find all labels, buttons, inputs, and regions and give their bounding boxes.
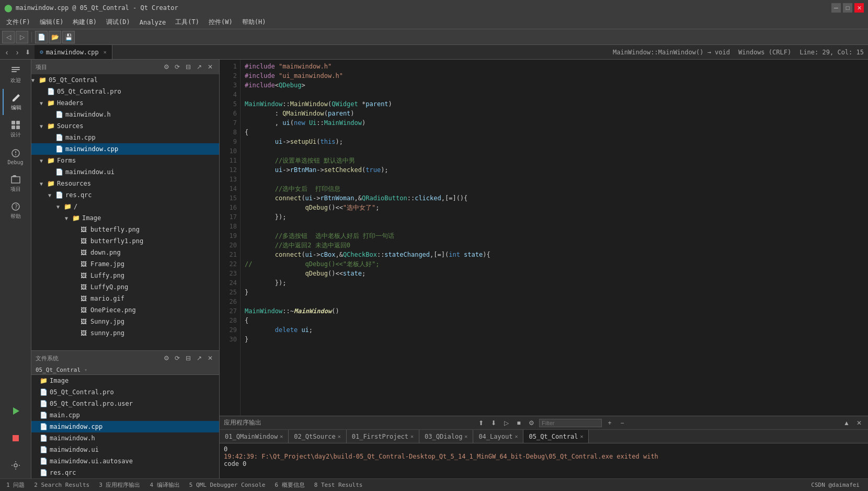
output-toolbar-btn1[interactable]: ⬆: [476, 418, 486, 428]
fs-list-item[interactable]: 📁Image: [31, 375, 219, 386]
tree-item[interactable]: ▼📁Headers: [31, 97, 219, 109]
output-filter-input[interactable]: [539, 419, 602, 427]
tree-item[interactable]: 📄mainwindow.ui: [31, 166, 219, 178]
output-toolbar-btn3[interactable]: ▷: [501, 418, 511, 428]
bottom-tab-test-results[interactable]: 8 Test Results: [310, 481, 367, 489]
project-sync-btn[interactable]: ⟳: [173, 62, 182, 72]
fs-float-btn[interactable]: ↗: [195, 353, 204, 363]
maximize-button[interactable]: □: [843, 3, 852, 13]
tree-item[interactable]: 📄05_Qt_Contral.pro: [31, 86, 219, 97]
fs-list-item[interactable]: 📄res.qrc: [31, 467, 219, 478]
minimize-button[interactable]: ─: [831, 3, 841, 13]
output-tab-close[interactable]: ✕: [580, 433, 583, 439]
toolbar-new[interactable]: 📄: [35, 31, 48, 43]
code-content[interactable]: #include "mainwindow.h"#include "ui_main…: [241, 60, 868, 416]
output-toolbar-btn2[interactable]: ⬇: [489, 418, 498, 428]
bottom-tab-应用程序输出[interactable]: 3 应用程序输出: [95, 480, 144, 490]
toolbar-btn-1[interactable]: ◁: [2, 31, 15, 43]
tree-item[interactable]: ▼📄res.qrc: [31, 189, 219, 201]
output-filter-clear[interactable]: −: [618, 418, 627, 428]
tab-dropdown[interactable]: ⬇: [23, 48, 32, 57]
tree-item[interactable]: ▼📁Resources: [31, 178, 219, 189]
tree-item[interactable]: 🖼OnePiece.png: [31, 304, 219, 316]
fs-close-btn[interactable]: ✕: [205, 353, 215, 363]
project-filter-btn[interactable]: ⚙: [162, 62, 171, 72]
project-collapse-btn[interactable]: ⊟: [184, 62, 193, 72]
tab-nav-prev[interactable]: ‹: [2, 48, 12, 57]
fs-list-item[interactable]: 📄05_Qt_Contral.pro.user: [31, 398, 219, 409]
tab-close-btn[interactable]: ✕: [104, 49, 107, 55]
fs-list-item[interactable]: 📄main.cpp: [31, 409, 219, 421]
editor-tab-mainwindow[interactable]: ⚙ mainwindow.cpp ✕: [35, 45, 112, 59]
tree-item[interactable]: ▼📁Forms: [31, 155, 219, 166]
project-close-btn[interactable]: ✕: [205, 62, 215, 72]
menu-file[interactable]: 文件(F): [2, 17, 35, 28]
sidebar-design[interactable]: 设计: [3, 116, 29, 142]
tree-item[interactable]: 🖼LuffyQ.png: [31, 281, 219, 293]
output-tab-close[interactable]: ✕: [410, 433, 414, 439]
output-expand-btn[interactable]: ▲: [842, 418, 851, 428]
fs-list-item[interactable]: 📄mainwindow.cpp: [31, 421, 219, 432]
tree-item[interactable]: 🖼Luffy.png: [31, 270, 219, 281]
sidebar-settings[interactable]: [3, 452, 29, 478]
bottom-tab-qml-debugger-console[interactable]: 5 QML Debugger Console: [185, 481, 270, 489]
toolbar-save[interactable]: 💾: [62, 31, 75, 43]
fs-sync-btn[interactable]: ⟳: [173, 353, 182, 363]
code-editor[interactable]: 1234567891011121314151617181920212223242…: [220, 60, 868, 416]
tree-item[interactable]: ▼📁05_Qt_Contral: [31, 74, 219, 86]
tree-item[interactable]: 🖼Frame.jpg: [31, 258, 219, 270]
toolbar-btn-2[interactable]: ▷: [16, 31, 28, 43]
menu-controls[interactable]: 控件(W): [204, 17, 237, 28]
menu-help[interactable]: 帮助(H): [238, 17, 270, 28]
fs-list-item[interactable]: 📄mainwindow.h: [31, 432, 219, 444]
menu-analyze[interactable]: Analyze: [135, 18, 170, 27]
sidebar-help[interactable]: ? 帮助: [3, 198, 29, 224]
output-tab[interactable]: 02_QtSource ✕: [289, 430, 347, 443]
output-tab[interactable]: 01_FirstProject ✕: [347, 430, 419, 443]
tree-item[interactable]: 🖼down.png: [31, 247, 219, 258]
bottom-tab-概要信息[interactable]: 6 概要信息: [270, 480, 309, 490]
output-toolbar-btn4[interactable]: ■: [514, 418, 523, 428]
output-tab-close[interactable]: ✕: [464, 433, 467, 439]
output-tab[interactable]: 01_QMainWindow ✕: [220, 430, 289, 443]
tree-item[interactable]: ▼📁Sources: [31, 120, 219, 132]
tree-item[interactable]: 📄main.cpp: [31, 132, 219, 143]
filesystem-list[interactable]: 📁Image📄05_Qt_Contral.pro📄05_Qt_Contral.p…: [31, 375, 219, 478]
tree-item[interactable]: 📄mainwindow.h: [31, 109, 219, 120]
project-float-btn[interactable]: ↗: [195, 62, 204, 72]
tree-item[interactable]: 🖼butterfly1.png: [31, 235, 219, 247]
bottom-tab-问题[interactable]: 1 问题: [2, 480, 29, 490]
tree-item[interactable]: ▼📁Image: [31, 212, 219, 224]
fs-filter-btn[interactable]: ⚙: [162, 353, 171, 363]
tree-item[interactable]: 🖼mario.gif: [31, 293, 219, 304]
tree-item[interactable]: 🖼sunny.png: [31, 327, 219, 339]
bottom-tab-编译输出[interactable]: 4 编译输出: [145, 480, 184, 490]
menu-debug[interactable]: 调试(D): [102, 17, 134, 28]
tree-item[interactable]: ▼📁/: [31, 201, 219, 212]
output-tab-close[interactable]: ✕: [280, 433, 283, 439]
sidebar-welcome[interactable]: 欢迎: [3, 62, 29, 88]
output-tab-close[interactable]: ✕: [515, 433, 518, 439]
fs-collapse-btn[interactable]: ⊟: [184, 353, 193, 363]
tab-nav-next[interactable]: ›: [13, 48, 22, 57]
tree-item[interactable]: 🖼Sunny.jpg: [31, 316, 219, 327]
project-tree[interactable]: ▼📁05_Qt_Contral📄05_Qt_Contral.pro▼📁Heade…: [31, 74, 219, 350]
sidebar-project[interactable]: 项目: [3, 170, 29, 197]
sidebar-edit[interactable]: 编辑: [3, 89, 29, 115]
output-tab[interactable]: 03_QDialog ✕: [419, 430, 473, 443]
sidebar-run[interactable]: [3, 398, 29, 424]
tree-item[interactable]: 📄mainwindow.cpp: [31, 143, 219, 155]
sidebar-stop[interactable]: [3, 425, 29, 451]
bottom-tab-search-results[interactable]: 2 Search Results: [30, 481, 94, 489]
output-toolbar-btn5[interactable]: ⚙: [527, 418, 536, 428]
fs-list-item[interactable]: 📄mainwindow.ui.autosave: [31, 455, 219, 467]
tree-item[interactable]: 🖼butterfly.png: [31, 224, 219, 235]
close-button[interactable]: ✕: [854, 3, 864, 13]
output-tab[interactable]: 05_Qt_Contral ✕: [523, 430, 589, 443]
fs-list-item[interactable]: 📄mainwindow.ui: [31, 444, 219, 455]
menu-tools[interactable]: 工具(T): [171, 17, 203, 28]
toolbar-open[interactable]: 📂: [49, 31, 61, 43]
output-filter-add[interactable]: +: [605, 418, 614, 428]
menu-edit[interactable]: 编辑(E): [36, 17, 68, 28]
output-close-btn[interactable]: ✕: [854, 418, 864, 428]
